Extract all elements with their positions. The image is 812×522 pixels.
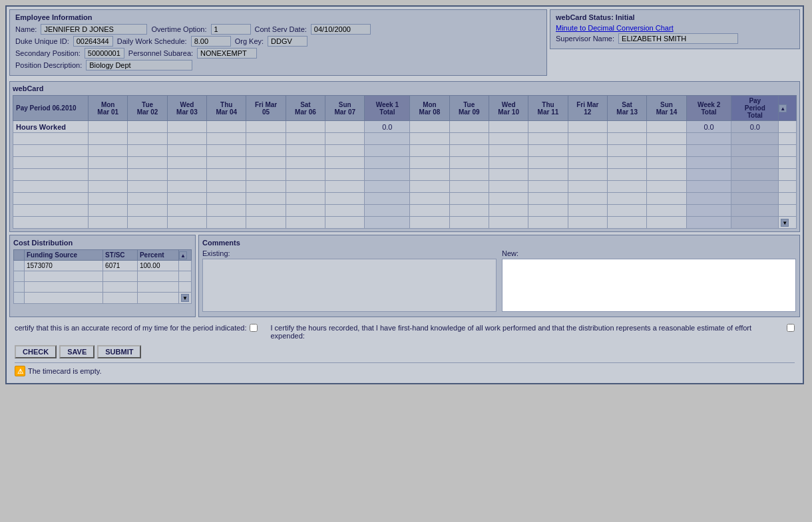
name-row: Name: JENNIFER D JONES Overtime Option: … <box>15 24 541 35</box>
cell-sat2[interactable] <box>607 121 646 133</box>
conversion-chart-link[interactable]: Minute to Decimal Conversion Chart <box>556 24 674 32</box>
supervisor-label: Supervisor Name: <box>556 35 614 43</box>
week1-header: Week 1Total <box>365 96 410 121</box>
cell-fri1[interactable] <box>246 121 286 133</box>
week2-total: 0.0 <box>686 121 731 133</box>
cost-check-2[interactable] <box>14 271 25 282</box>
existing-label: Existing: <box>202 249 497 257</box>
cost-row-1: 1573070 6071 100.00 <box>14 261 192 271</box>
empty-row-7 <box>13 205 797 217</box>
cost-row-4: ▼ <box>14 293 192 304</box>
cell-sun1[interactable] <box>325 121 365 133</box>
top-sections: Employee Information Name: JENNIFER D JO… <box>7 7 803 78</box>
certify-right-checkbox[interactable] <box>787 324 795 332</box>
daily-work-value: 8.00 <box>191 36 231 47</box>
cost-scroll-up[interactable]: ▲ <box>179 250 192 261</box>
save-button[interactable]: SAVE <box>59 345 95 358</box>
overtime-value: 1 <box>211 24 251 35</box>
cell-tue2[interactable] <box>449 121 489 133</box>
cost-distribution-section: Cost Distribution Funding Source ST/SC P… <box>9 235 196 317</box>
pay-period-total-header: PayPeriodTotal <box>731 96 779 121</box>
cell-fri2[interactable] <box>568 121 607 133</box>
cell-thu2[interactable] <box>528 121 568 133</box>
thu1-header: ThuMar 04 <box>207 96 246 121</box>
cost-row-3 <box>14 282 192 293</box>
empty-row-1 <box>13 133 797 145</box>
cell-thu1[interactable] <box>207 121 246 133</box>
webcard-status-section: webCard Status: Initial Minute to Decima… <box>550 7 803 78</box>
cell-wed1[interactable] <box>167 121 206 133</box>
new-comment-col: New: <box>502 249 796 313</box>
sat1-header: SatMar 06 <box>286 96 325 121</box>
footer-section: certify that this is an accurate record … <box>9 320 800 380</box>
funding-1[interactable]: 1573070 <box>25 261 103 271</box>
cost-distribution-header: Cost Distribution <box>13 239 192 247</box>
wed1-header: WedMar 03 <box>167 96 206 121</box>
supervisor-value: ELIZABETH SMITH <box>618 33 738 44</box>
overtime-label: Overtime Option: <box>151 25 206 33</box>
employee-info-header: Employee Information <box>15 13 541 21</box>
scroll-down-btn[interactable]: ▼ <box>781 219 789 227</box>
cost-row-2 <box>14 271 192 282</box>
timecard-table-wrapper: Pay Period 06.2010 MonMar 01 TueMar 02 W… <box>13 95 797 229</box>
conversion-chart-row: Minute to Decimal Conversion Chart <box>556 24 794 32</box>
new-comment-input[interactable] <box>502 259 796 312</box>
cell-scroll <box>779 121 797 133</box>
certify-right: I certify the hours recorded, that I hav… <box>271 324 795 340</box>
week1-total: 0.0 <box>365 121 410 133</box>
cost-up-arrow[interactable]: ▲ <box>179 251 187 259</box>
comments-header: Comments <box>202 239 796 247</box>
position-desc-row: Position Description: Biology Dept <box>15 60 541 70</box>
cell-mon1[interactable] <box>89 121 128 133</box>
fri2-header: Fri Mar12 <box>568 96 607 121</box>
empty-row-3 <box>13 157 797 169</box>
stsc-1[interactable]: 6071 <box>103 261 138 271</box>
cont-serv-label: Cont Serv Date: <box>255 25 307 33</box>
sun2-header: SunMar 14 <box>647 96 686 121</box>
cost-check-3[interactable] <box>14 282 25 293</box>
scroll-up-btn[interactable]: ▲ <box>779 104 787 112</box>
percent-1[interactable]: 100.00 <box>137 261 178 271</box>
webcard-status-box: webCard Status: Initial Minute to Decima… <box>550 9 800 49</box>
certify-row: certify that this is an accurate record … <box>15 324 795 340</box>
org-key-label: Org Key: <box>235 37 264 45</box>
webcard-status-header: webCard Status: Initial <box>556 13 794 21</box>
org-key-value: DDGV <box>268 36 307 47</box>
cost-distribution-table: Funding Source ST/SC Percent ▲ 1573070 6… <box>13 249 192 304</box>
cost-table-header-row: Funding Source ST/SC Percent ▲ <box>14 250 192 261</box>
stsc-header: ST/SC <box>103 250 138 261</box>
comments-section: Comments Existing: New: <box>198 235 800 317</box>
status-text: The timecard is empty. <box>28 367 101 375</box>
hours-worked-row: Hours Worked 0.0 <box>13 121 797 133</box>
mon2-header: MonMar 08 <box>410 96 449 121</box>
position-desc-value: Biology Dept <box>86 60 192 70</box>
cost-check-1[interactable] <box>14 261 25 271</box>
check-button[interactable]: CHECK <box>15 345 57 358</box>
cost-down-arrow[interactable]: ▼ <box>181 294 189 302</box>
name-label: Name: <box>15 25 37 33</box>
cell-sat1[interactable] <box>286 121 325 133</box>
new-label: New: <box>502 249 796 257</box>
sat2-header: SatMar 13 <box>607 96 646 121</box>
warning-icon: ⚠ <box>15 366 25 376</box>
timecard-header-row: Pay Period 06.2010 MonMar 01 TueMar 02 W… <box>13 96 797 121</box>
position-desc-label: Position Description: <box>15 61 82 69</box>
cell-wed2[interactable] <box>489 121 528 133</box>
cell-tue1[interactable] <box>128 121 167 133</box>
cell-sun2[interactable] <box>647 121 686 133</box>
empty-row-5 <box>13 181 797 193</box>
webcard-header: webCard <box>13 84 797 92</box>
personnel-label: Personnel Subarea: <box>128 49 193 57</box>
secondary-pos-row: Secondary Position: 50000001 Personnel S… <box>15 48 541 59</box>
hours-worked-label: Hours Worked <box>13 121 89 133</box>
submit-button[interactable]: SUBMIT <box>97 345 141 358</box>
personnel-value: NONEXEMPT <box>197 48 257 59</box>
secondary-pos-value: 50000001 <box>85 48 124 59</box>
timecard-table: Pay Period 06.2010 MonMar 01 TueMar 02 W… <box>13 95 797 229</box>
certify-left-checkbox[interactable] <box>250 324 258 332</box>
secondary-pos-label: Secondary Position: <box>15 49 81 57</box>
cont-serv-value: 04/10/2000 <box>311 24 371 35</box>
buttons-row: CHECK SAVE SUBMIT <box>15 345 795 358</box>
cost-check-4[interactable] <box>14 293 25 304</box>
cell-mon2[interactable] <box>410 121 449 133</box>
